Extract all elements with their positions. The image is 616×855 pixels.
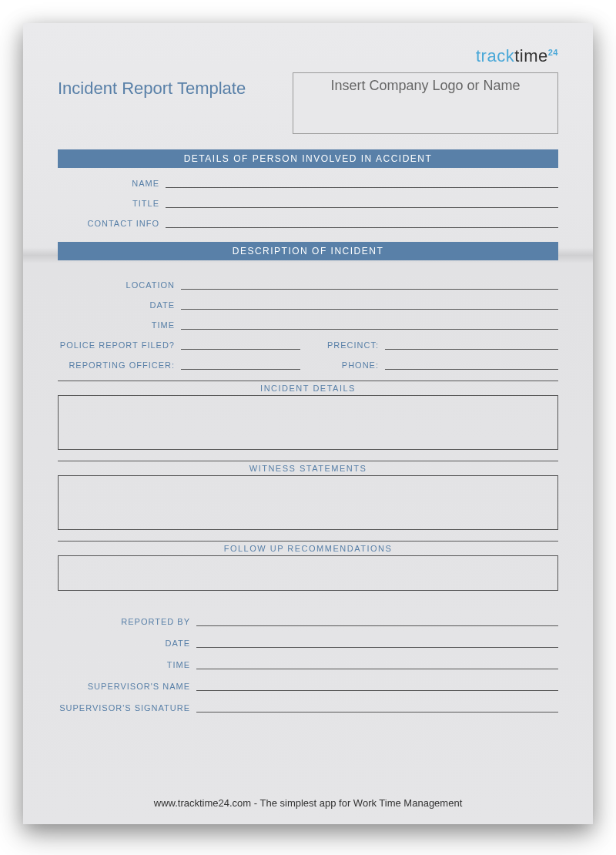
- brand-logo: tracktime24: [58, 46, 558, 66]
- field-contact: CONTACT INFO: [58, 217, 558, 228]
- police-row-1: POLICE REPORT FILED? PRECINCT:: [58, 339, 558, 350]
- police-row-2: REPORTING OFFICER: PHONE:: [58, 359, 558, 370]
- section-incident-header: DESCRIPTION OF INCIDENT: [58, 242, 558, 260]
- header-row: Incident Report Template Insert Company …: [58, 72, 558, 134]
- label-phone: PHONE:: [316, 360, 385, 370]
- input-supervisor-name[interactable]: [196, 680, 558, 691]
- input-phone[interactable]: [385, 359, 558, 370]
- field-officer: REPORTING OFFICER:: [58, 359, 300, 370]
- input-officer[interactable]: [181, 359, 300, 370]
- label-supervisor-name: SUPERVISOR'S NAME: [58, 682, 196, 691]
- signoff-section: REPORTED BY DATE TIME SUPERVISOR'S NAME …: [58, 605, 558, 712]
- label-police-filed: POLICE REPORT FILED?: [58, 340, 181, 350]
- field-signoff-time: TIME: [58, 659, 558, 669]
- logo-placeholder-text: Insert Company Logo or Name: [330, 78, 520, 93]
- field-precinct: PRECINCT:: [316, 339, 558, 350]
- input-signoff-time[interactable]: [196, 659, 558, 669]
- brand-part1: track: [476, 46, 514, 65]
- label-supervisor-sig: SUPERVISOR'S SIGNATURE: [58, 703, 196, 712]
- label-location: LOCATION: [58, 280, 181, 290]
- footer-text: www.tracktime24.com - The simplest app f…: [58, 788, 558, 809]
- label-title: TITLE: [58, 199, 166, 208]
- company-logo-placeholder[interactable]: Insert Company Logo or Name: [293, 72, 558, 134]
- label-date: DATE: [58, 300, 181, 310]
- input-supervisor-sig[interactable]: [196, 702, 558, 712]
- incident-details-section: INCIDENT DETAILS: [58, 381, 558, 450]
- label-contact: CONTACT INFO: [58, 219, 166, 228]
- document-page: tracktime24 Incident Report Template Ins…: [23, 23, 593, 824]
- incident-details-header: INCIDENT DETAILS: [58, 381, 558, 396]
- witness-section: WITNESS STATEMENTS: [58, 461, 558, 530]
- field-phone: PHONE:: [316, 359, 558, 370]
- followup-textarea[interactable]: [58, 556, 558, 591]
- input-name[interactable]: [166, 177, 558, 188]
- field-time: TIME: [58, 319, 558, 330]
- field-police-filed: POLICE REPORT FILED?: [58, 339, 300, 350]
- section-person-header: DETAILS OF PERSON INVOLVED IN ACCIDENT: [58, 149, 558, 168]
- input-precinct[interactable]: [385, 339, 558, 350]
- input-police-filed[interactable]: [181, 339, 300, 350]
- label-name: NAME: [58, 179, 166, 188]
- field-reported-by: REPORTED BY: [58, 615, 558, 626]
- field-signoff-date: DATE: [58, 637, 558, 648]
- field-supervisor-name: SUPERVISOR'S NAME: [58, 680, 558, 691]
- field-supervisor-sig: SUPERVISOR'S SIGNATURE: [58, 702, 558, 712]
- field-location: LOCATION: [58, 279, 558, 290]
- field-date: DATE: [58, 299, 558, 310]
- brand-suffix: 24: [548, 48, 558, 57]
- input-contact[interactable]: [166, 217, 558, 228]
- field-name: NAME: [58, 177, 558, 188]
- label-precinct: PRECINCT:: [316, 340, 385, 350]
- input-title[interactable]: [166, 197, 558, 208]
- field-title: TITLE: [58, 197, 558, 208]
- label-officer: REPORTING OFFICER:: [58, 360, 181, 370]
- incident-details-textarea[interactable]: [58, 396, 558, 450]
- input-date[interactable]: [181, 299, 558, 310]
- followup-section: FOLLOW UP RECOMMENDATIONS: [58, 541, 558, 591]
- input-time[interactable]: [181, 319, 558, 330]
- witness-textarea[interactable]: [58, 476, 558, 530]
- label-signoff-date: DATE: [58, 639, 196, 648]
- label-signoff-time: TIME: [58, 660, 196, 669]
- brand-part2: time: [514, 46, 548, 65]
- label-time: TIME: [58, 320, 181, 330]
- witness-header: WITNESS STATEMENTS: [58, 461, 558, 476]
- input-reported-by[interactable]: [196, 615, 558, 626]
- input-location[interactable]: [181, 279, 558, 290]
- page-title: Incident Report Template: [58, 72, 277, 99]
- followup-header: FOLLOW UP RECOMMENDATIONS: [58, 541, 558, 556]
- label-reported-by: REPORTED BY: [58, 617, 196, 626]
- input-signoff-date[interactable]: [196, 637, 558, 648]
